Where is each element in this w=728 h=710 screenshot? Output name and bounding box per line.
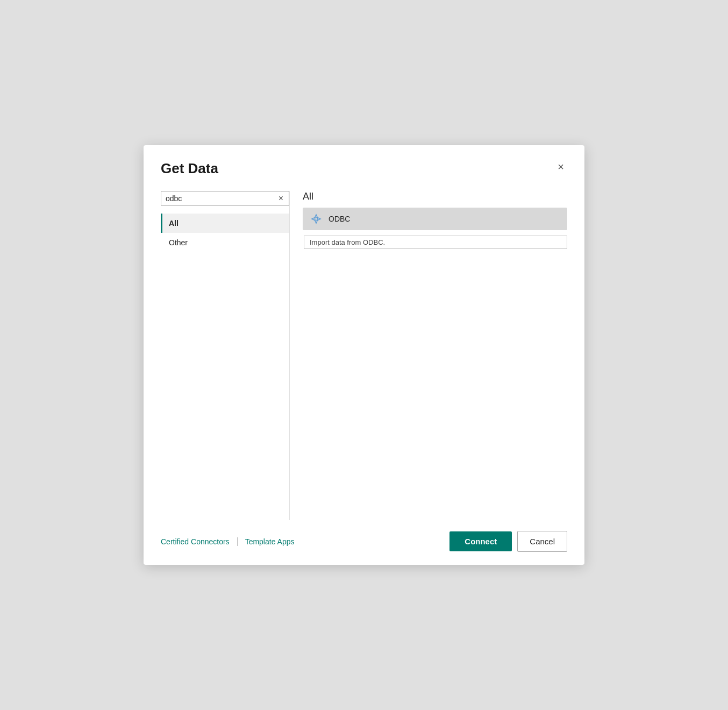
right-panel-title: All: [303, 191, 567, 202]
dialog-body: × All Other All: [144, 182, 584, 520]
get-data-dialog: Get Data × × All Other All: [144, 145, 584, 565]
footer-actions: Connect Cancel: [449, 531, 567, 552]
certified-connectors-link[interactable]: Certified Connectors: [161, 537, 230, 546]
footer-divider: [237, 537, 238, 546]
search-input[interactable]: [166, 194, 277, 203]
right-panel: All ODBC Import data from ODBC.: [290, 191, 567, 520]
connector-name-odbc: ODBC: [329, 215, 350, 223]
category-item-all[interactable]: All: [161, 214, 289, 233]
category-label-other: Other: [169, 238, 188, 247]
search-clear-button[interactable]: ×: [277, 194, 284, 203]
footer-links: Certified Connectors Template Apps: [161, 537, 294, 546]
close-button[interactable]: ×: [554, 160, 567, 173]
dialog-header: Get Data ×: [144, 145, 584, 182]
odbc-icon: [310, 213, 322, 225]
search-box: ×: [161, 191, 289, 206]
left-panel: × All Other: [161, 191, 290, 520]
category-item-other[interactable]: Other: [161, 233, 289, 252]
category-list: All Other: [161, 214, 289, 252]
connect-button[interactable]: Connect: [449, 531, 512, 551]
template-apps-link[interactable]: Template Apps: [245, 537, 295, 546]
svg-point-0: [315, 218, 318, 221]
connector-item-odbc[interactable]: ODBC: [303, 208, 567, 230]
dialog-title: Get Data: [161, 160, 218, 177]
category-label-all: All: [169, 219, 179, 228]
connector-list: ODBC Import data from ODBC.: [303, 208, 567, 249]
cancel-button[interactable]: Cancel: [517, 531, 567, 552]
connector-description-odbc: Import data from ODBC.: [304, 236, 567, 249]
dialog-footer: Certified Connectors Template Apps Conne…: [144, 520, 584, 565]
